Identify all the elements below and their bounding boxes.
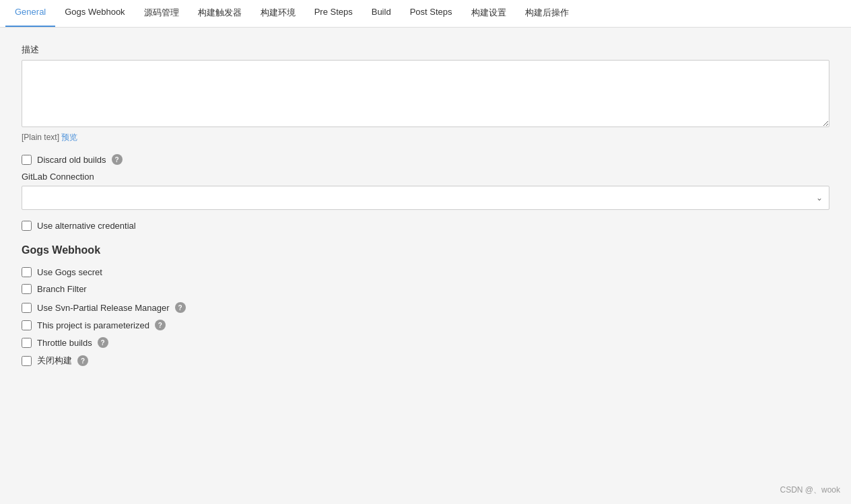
gogs-webhook-heading: Gogs Webhook [22,244,829,256]
tab-post-steps[interactable]: Post Steps [401,0,462,27]
throttle-builds-label: Throttle builds [37,338,92,348]
project-parameterized-label: This project is parameterized [37,320,149,330]
tab-build-env[interactable]: 构建环境 [251,0,305,27]
preview-link[interactable]: 预览 [61,133,77,142]
use-gogs-secret-row: Use Gogs secret [22,267,829,277]
use-svn-partial-checkbox[interactable] [22,303,32,313]
format-hint: [Plain text] 预览 [22,132,829,143]
close-build-label: 关闭构建 [37,355,72,367]
discard-old-builds-row: Discard old builds ? [22,154,829,165]
close-build-help-icon[interactable]: ? [77,355,88,366]
discard-old-builds-label: Discard old builds [37,155,106,165]
description-label: 描述 [22,44,829,56]
branch-filter-checkbox[interactable] [22,284,32,294]
throttle-builds-help-icon[interactable]: ? [98,337,108,348]
use-alternative-credential-row: Use alternative credential [22,221,829,231]
tab-gogs-webhook[interactable]: Gogs Webhook [55,0,134,27]
tab-build[interactable]: Build [362,0,401,27]
close-build-row: 关闭构建 ? [22,355,829,367]
use-svn-partial-help-icon[interactable]: ? [175,302,186,313]
tab-post-build[interactable]: 构建后操作 [516,0,578,27]
project-parameterized-row: This project is parameterized ? [22,320,829,330]
tab-build-settings[interactable]: 构建设置 [462,0,516,27]
branch-filter-row: Branch Filter [22,284,829,294]
use-alternative-credential-checkbox[interactable] [22,221,32,231]
use-gogs-secret-checkbox[interactable] [22,267,32,277]
project-parameterized-help-icon[interactable]: ? [155,320,166,330]
discard-old-builds-help-icon[interactable]: ? [112,154,123,165]
tab-build-trigger[interactable]: 构建触发器 [189,0,251,27]
tab-bar: General Gogs Webhook 源码管理 构建触发器 构建环境 Pre… [0,0,851,28]
close-build-checkbox[interactable] [22,356,32,366]
project-parameterized-checkbox[interactable] [22,320,32,330]
format-hint-text: [Plain text] [22,133,59,142]
description-section: 描述 [Plain text] 预览 [22,44,829,143]
tab-source-mgmt[interactable]: 源码管理 [135,0,189,27]
use-svn-partial-label: Use Svn-Partial Release Manager [37,303,170,313]
description-input[interactable] [22,60,829,127]
throttle-builds-row: Throttle builds ? [22,337,829,348]
footer-watermark: CSDN @、wook [780,484,840,496]
use-alternative-credential-label: Use alternative credential [37,221,136,231]
main-content: 描述 [Plain text] 预览 Discard old builds ? … [0,28,851,502]
throttle-builds-checkbox[interactable] [22,338,32,348]
gitlab-connection-section: GitLab Connection ⌄ [22,172,829,210]
gitlab-connection-select[interactable] [22,186,829,210]
tab-pre-steps[interactable]: Pre Steps [305,0,362,27]
use-svn-partial-row: Use Svn-Partial Release Manager ? [22,302,829,313]
discard-old-builds-checkbox[interactable] [22,155,32,165]
branch-filter-label: Branch Filter [37,284,87,294]
gitlab-connection-select-wrapper: ⌄ [22,186,829,210]
use-gogs-secret-label: Use Gogs secret [37,267,102,277]
gitlab-connection-label: GitLab Connection [22,172,829,182]
tab-general[interactable]: General [5,0,55,27]
